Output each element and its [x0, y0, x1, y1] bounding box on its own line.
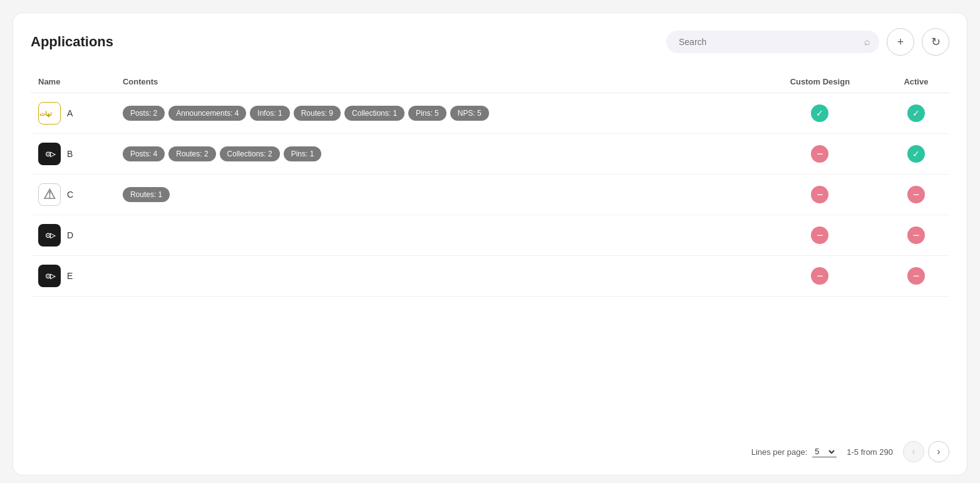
lines-per-page-label: Lines per page:	[751, 447, 808, 457]
minus-icon: −	[811, 267, 828, 285]
page-title: Applications	[31, 34, 113, 50]
plus-icon: +	[897, 36, 904, 49]
active-minus-icon: −	[907, 226, 925, 244]
prev-page-button[interactable]: ‹	[903, 441, 924, 462]
content-tag: Collections: 2	[220, 146, 280, 161]
warning-icon: ⚠	[43, 188, 56, 201]
name-cell: ⊙▷D	[31, 215, 115, 256]
active-check-icon: ✓	[907, 145, 925, 163]
content-tag: NPS: 5	[450, 106, 489, 121]
active-check-icon: ✓	[907, 104, 925, 122]
content-tag: Routes: 2	[168, 146, 215, 161]
active-cell: −	[883, 175, 949, 215]
pagination-info: 1-5 from 290	[847, 447, 893, 457]
col-contents: Contents	[115, 71, 757, 93]
content-tag: Announcements: 4	[168, 106, 246, 121]
col-name: Name	[31, 71, 115, 93]
minus-icon: −	[811, 226, 828, 244]
pagination-buttons: ‹ ›	[903, 441, 949, 462]
content-tag: Pins: 1	[284, 146, 322, 161]
main-container: Applications ⌕ + ↻ Name Contents Custom …	[13, 13, 967, 475]
od-logo-icon: ⊙▷	[45, 272, 54, 280]
table-row[interactable]: تهات APosts: 2Announcements: 4Infos: 1Ro…	[31, 93, 949, 134]
add-button[interactable]: +	[887, 28, 914, 56]
custom-design-cell: ✓	[757, 93, 883, 134]
content-tag: Routes: 1	[123, 187, 170, 202]
content-tag: Collections: 1	[344, 106, 405, 121]
name-cell: ⊙▷B	[31, 134, 115, 175]
content-tag: Posts: 4	[123, 146, 165, 161]
minus-icon: −	[811, 145, 828, 163]
refresh-icon: ↻	[931, 35, 941, 49]
content-tag: Pins: 5	[408, 106, 446, 121]
active-cell: ✓	[883, 93, 949, 134]
app-name-label: E	[67, 271, 73, 281]
contents-cell: Posts: 4Routes: 2Collections: 2Pins: 1	[115, 134, 757, 175]
table-header-row: Name Contents Custom Design Active	[31, 71, 949, 93]
minus-icon: −	[811, 186, 828, 203]
table-row[interactable]: ⊙▷D−−	[31, 215, 949, 256]
next-page-button[interactable]: ›	[928, 441, 949, 462]
applications-table: Name Contents Custom Design Active تهات …	[31, 71, 949, 297]
check-icon: ✓	[811, 104, 828, 122]
active-cell: −	[883, 256, 949, 297]
contents-cell: Posts: 2Announcements: 4Infos: 1Routes: …	[115, 93, 757, 134]
custom-design-cell: −	[757, 134, 883, 175]
app-name-label: A	[67, 108, 73, 118]
header-actions: ⌕ + ↻	[666, 28, 949, 56]
lines-per-page-control: Lines per page: 5 10 25 50	[751, 446, 837, 457]
active-minus-icon: −	[907, 186, 925, 203]
content-tag: Routes: 9	[294, 106, 341, 121]
content-tag: Posts: 2	[123, 106, 165, 121]
custom-design-cell: −	[757, 175, 883, 215]
active-minus-icon: −	[907, 267, 925, 285]
search-icon: ⌕	[864, 36, 870, 48]
col-custom-design: Custom Design	[757, 71, 883, 93]
col-active: Active	[883, 71, 949, 93]
table-row[interactable]: ⊙▷E−−	[31, 256, 949, 297]
od-logo-icon: ⊙▷	[45, 231, 54, 240]
name-cell: تهات A	[31, 93, 115, 134]
active-cell: −	[883, 215, 949, 256]
lines-per-page-select[interactable]: 5 10 25 50	[812, 446, 837, 457]
app-name-label: C	[67, 190, 73, 200]
app-name-label: D	[67, 230, 73, 240]
contents-cell	[115, 215, 757, 256]
contents-cell	[115, 256, 757, 297]
name-cell: ⊙▷E	[31, 256, 115, 297]
name-cell: ⚠C	[31, 175, 115, 215]
table-row[interactable]: ⚠CRoutes: 1−−	[31, 175, 949, 215]
app-name-label: B	[67, 149, 73, 159]
content-tag: Infos: 1	[250, 106, 289, 121]
svg-text:تهات: تهات	[39, 110, 52, 118]
search-wrapper: ⌕	[666, 31, 879, 53]
od-logo-icon: ⊙▷	[45, 150, 54, 158]
refresh-button[interactable]: ↻	[922, 28, 949, 56]
header: Applications ⌕ + ↻	[31, 28, 949, 56]
search-input[interactable]	[666, 31, 879, 53]
footer: Lines per page: 5 10 25 50 1-5 from 290 …	[751, 441, 949, 462]
custom-design-cell: −	[757, 256, 883, 297]
active-cell: ✓	[883, 134, 949, 175]
contents-cell: Routes: 1	[115, 175, 757, 215]
custom-design-cell: −	[757, 215, 883, 256]
table-row[interactable]: ⊙▷BPosts: 4Routes: 2Collections: 2Pins: …	[31, 134, 949, 175]
